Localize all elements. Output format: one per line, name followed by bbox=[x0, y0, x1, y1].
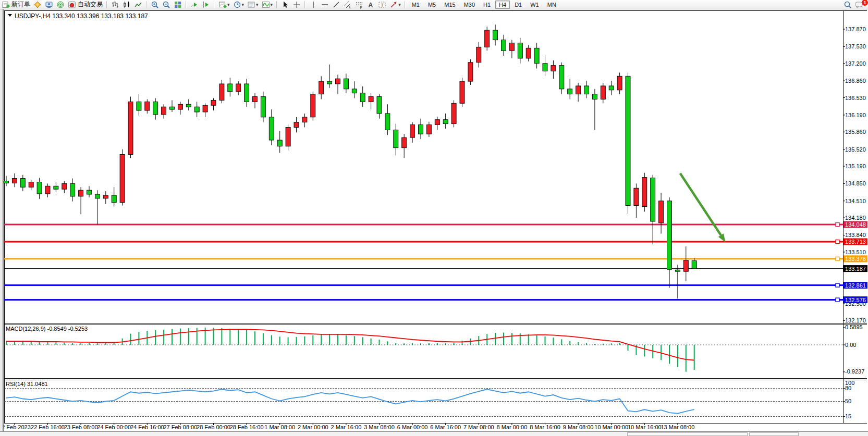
time-axis: 22 Feb 202322 Feb 16:0023 Feb 08:0024 Fe… bbox=[0, 423, 694, 430]
arrows-button[interactable]: ▾ bbox=[388, 1, 402, 9]
candle bbox=[634, 188, 639, 205]
price-tick: 136.530 bbox=[845, 95, 866, 101]
chevron-down-icon[interactable]: ▾ bbox=[271, 2, 273, 7]
notification-badge: 1 bbox=[862, 0, 868, 6]
cursor-button[interactable] bbox=[280, 1, 290, 9]
equidistant-channel-button[interactable]: E bbox=[343, 1, 353, 9]
hline-handle[interactable] bbox=[836, 283, 839, 287]
candle-chart-mode-button[interactable] bbox=[121, 1, 132, 9]
new-order-button[interactable]: 新订单 bbox=[1, 1, 31, 9]
price-tick: 133.510 bbox=[845, 249, 866, 255]
time-tick: 9 Mar 08:00 bbox=[563, 424, 594, 430]
candle bbox=[352, 89, 357, 93]
period-button[interactable]: ▾ bbox=[232, 1, 246, 9]
candle bbox=[559, 66, 564, 89]
community-button[interactable] bbox=[44, 1, 54, 9]
zoom-in-button[interactable] bbox=[150, 1, 160, 9]
candle bbox=[509, 43, 514, 51]
candle bbox=[103, 195, 108, 198]
chevron-down-icon[interactable]: ▾ bbox=[256, 2, 259, 7]
trendline-button[interactable] bbox=[331, 1, 341, 9]
candle bbox=[137, 102, 141, 110]
price-badge-value: 134.048 bbox=[845, 221, 866, 228]
auto-scroll-button[interactable] bbox=[189, 1, 200, 9]
templates-button[interactable]: ▾ bbox=[246, 1, 260, 9]
new-chart-button[interactable]: ▾ bbox=[217, 1, 231, 9]
time-tick: 24 Feb 16:00 bbox=[130, 424, 164, 430]
time-tick: 2 Mar 00:00 bbox=[298, 424, 328, 430]
zoom-out-button[interactable] bbox=[161, 1, 172, 9]
candle bbox=[592, 94, 597, 99]
tile-windows-button[interactable] bbox=[173, 1, 183, 9]
chart-shift-icon bbox=[202, 1, 210, 9]
candle bbox=[485, 30, 490, 47]
timeframe-MN[interactable]: MN bbox=[544, 1, 560, 9]
line-chart-mode-button[interactable] bbox=[133, 1, 143, 9]
candle bbox=[4, 181, 9, 183]
crosshair-icon bbox=[292, 1, 301, 9]
svg-text:T: T bbox=[381, 2, 384, 7]
candle bbox=[468, 63, 473, 81]
hline-handle[interactable] bbox=[836, 298, 839, 302]
arrows-tool-icon bbox=[389, 1, 398, 9]
hline-handle[interactable] bbox=[836, 257, 839, 260]
chart-shift-button[interactable] bbox=[201, 1, 211, 9]
timeframe-H1[interactable]: H1 bbox=[480, 1, 494, 9]
chevron-down-icon[interactable]: ▾ bbox=[398, 2, 401, 7]
price-tick: 137.530 bbox=[845, 43, 866, 49]
candle bbox=[45, 186, 50, 194]
time-tick: 6 Mar 16:00 bbox=[430, 424, 461, 430]
fibonacci-button[interactable]: F bbox=[354, 1, 364, 9]
macd-label: MACD(12,26,9) -0.8549 -0.5253 bbox=[6, 326, 88, 332]
chevron-down-icon[interactable]: ▾ bbox=[227, 2, 230, 7]
timeframe-M15[interactable]: M15 bbox=[441, 1, 459, 9]
candle bbox=[79, 190, 83, 196]
market-button[interactable] bbox=[32, 1, 43, 9]
candle bbox=[228, 84, 233, 92]
hline-handle[interactable] bbox=[836, 223, 839, 227]
candle bbox=[609, 86, 614, 90]
candle bbox=[344, 79, 348, 89]
timeframe-W1[interactable]: W1 bbox=[527, 1, 543, 9]
status-box-1 bbox=[627, 432, 748, 436]
auto-trading-button[interactable]: 自动交易 bbox=[67, 1, 104, 9]
bar-chart-mode-button[interactable] bbox=[110, 1, 120, 9]
text-button[interactable]: A bbox=[365, 1, 376, 9]
rsi-level-label: 50 bbox=[845, 398, 851, 404]
timeframe-M30[interactable]: M30 bbox=[460, 1, 479, 9]
crosshair-button[interactable] bbox=[291, 1, 302, 9]
text-label-button[interactable]: T bbox=[377, 1, 387, 9]
candle bbox=[526, 48, 531, 58]
toolbar-separator bbox=[214, 1, 215, 8]
hline-handle[interactable] bbox=[836, 240, 839, 243]
vertical-line-button[interactable] bbox=[308, 1, 319, 9]
candle bbox=[87, 190, 92, 194]
candle bbox=[145, 102, 150, 110]
chart-canvas[interactable]: 137.870137.530137.200136.860136.530136.1… bbox=[0, 0, 868, 436]
price-badge-value: 132.576 bbox=[845, 297, 866, 303]
signals-button[interactable] bbox=[55, 1, 66, 9]
time-tick: 13 Mar 08:00 bbox=[661, 424, 694, 430]
signal-radar-icon bbox=[56, 1, 65, 9]
search-button[interactable] bbox=[842, 1, 853, 9]
timeframe-M5[interactable]: M5 bbox=[424, 1, 439, 9]
toolbar-right-group: 1 bbox=[842, 0, 865, 9]
autotrade-dot-icon bbox=[68, 1, 76, 9]
timeframe-M1[interactable]: M1 bbox=[408, 1, 423, 9]
chat-button[interactable]: 1 bbox=[854, 1, 864, 9]
price-badge-value: 133.378 bbox=[845, 256, 866, 262]
indicators-button[interactable]: ▾ bbox=[261, 1, 274, 9]
timeframe-D1[interactable]: D1 bbox=[511, 1, 525, 9]
svg-text:A: A bbox=[369, 1, 373, 8]
horizontal-line-button[interactable] bbox=[320, 1, 330, 9]
candle bbox=[493, 30, 498, 40]
candle bbox=[178, 104, 182, 109]
channel-e-icon: E bbox=[344, 1, 352, 9]
autoscroll-icon bbox=[190, 1, 199, 9]
candle bbox=[336, 79, 340, 84]
candle bbox=[476, 47, 481, 62]
timeframe-H4[interactable]: H4 bbox=[495, 1, 510, 9]
candle bbox=[261, 97, 265, 117]
macd-axis-label: 0.00 bbox=[845, 342, 856, 348]
chevron-down-icon[interactable]: ▾ bbox=[242, 2, 244, 7]
